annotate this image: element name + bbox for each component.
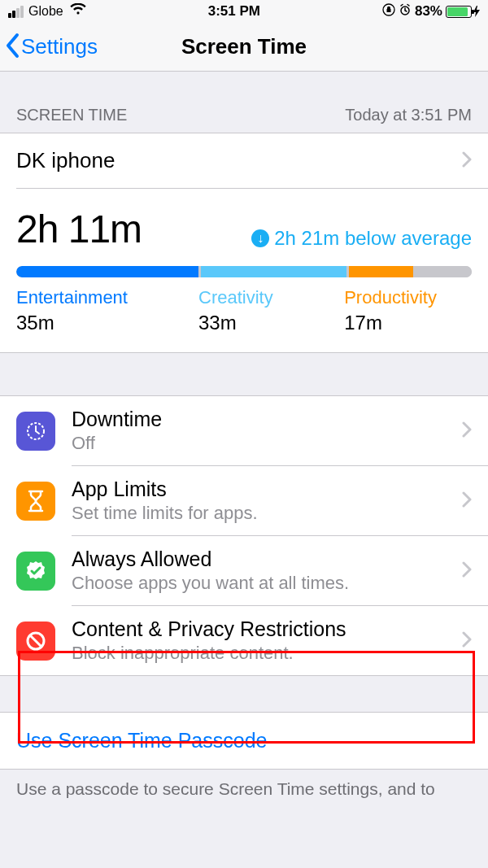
content-sub: Block inappropriate content. <box>72 643 462 664</box>
downtime-row[interactable]: Downtime Off <box>0 396 488 465</box>
carrier-label: Globe <box>28 4 63 19</box>
bar-remaining <box>416 266 472 277</box>
device-row[interactable]: DK iphone <box>0 133 488 188</box>
wifi-icon <box>70 3 86 20</box>
alarm-icon <box>399 3 412 20</box>
page-title: Screen Time <box>181 34 307 59</box>
cat-ent-label: Entertainment <box>16 287 198 308</box>
usage-total: 2h 11m <box>16 207 142 251</box>
chevron-right-icon <box>462 148 472 173</box>
restricted-icon <box>16 622 55 661</box>
content-restrictions-row[interactable]: Content & Privacy Restrictions Block ina… <box>0 606 488 675</box>
down-arrow-icon: ↓ <box>251 229 269 247</box>
downtime-sub: Off <box>72 433 462 454</box>
orientation-lock-icon <box>382 3 395 20</box>
device-name: DK iphone <box>16 148 115 173</box>
cat-cre-time: 33m <box>198 312 344 334</box>
chevron-right-icon <box>462 558 472 583</box>
use-passcode-button[interactable]: Use Screen Time Passcode <box>0 712 488 770</box>
chevron-right-icon <box>462 488 472 513</box>
section-header-right: Today at 3:51 PM <box>345 106 472 124</box>
category-creativity: Creativity 33m <box>198 287 344 334</box>
content-title: Content & Privacy Restrictions <box>72 617 462 641</box>
category-productivity: Productivity 17m <box>344 287 472 334</box>
usage-compare-text: 2h 21m below average <box>274 227 472 250</box>
usage-compare: ↓ 2h 21m below average <box>251 227 472 250</box>
status-left: Globe <box>8 3 86 20</box>
battery-icon <box>446 6 480 18</box>
chevron-right-icon <box>462 628 472 653</box>
status-right: 83% <box>382 3 480 20</box>
chevron-right-icon <box>462 418 472 443</box>
app-limits-sub: Set time limits for apps. <box>72 503 462 524</box>
always-allowed-title: Always Allowed <box>72 547 462 571</box>
cat-pro-time: 17m <box>344 312 472 334</box>
downtime-icon <box>16 412 55 451</box>
cat-cre-label: Creativity <box>198 287 344 308</box>
chevron-left-icon <box>5 31 20 63</box>
usage-row: 2h 11m ↓ 2h 21m below average <box>0 189 488 261</box>
bar-entertainment <box>16 266 198 277</box>
hourglass-icon <box>16 482 55 521</box>
passcode-footer: Use a passcode to secure Screen Time set… <box>0 770 488 809</box>
cat-ent-time: 35m <box>16 312 198 334</box>
category-entertainment: Entertainment 35m <box>16 287 198 334</box>
battery-percent: 83% <box>415 3 442 20</box>
downtime-title: Downtime <box>72 408 462 431</box>
always-allowed-sub: Choose apps you want at all times. <box>72 573 462 594</box>
use-passcode-label: Use Screen Time Passcode <box>16 729 267 752</box>
app-limits-row[interactable]: App Limits Set time limits for apps. <box>0 466 488 535</box>
features-group: Downtime Off App Limits Set time limits … <box>0 395 488 676</box>
always-allowed-row[interactable]: Always Allowed Choose apps you want at a… <box>0 536 488 605</box>
nav-bar: Settings Screen Time <box>0 23 488 72</box>
back-button[interactable]: Settings <box>5 23 98 71</box>
cat-pro-label: Productivity <box>344 287 472 308</box>
status-time: 3:51 PM <box>208 3 260 20</box>
check-badge-icon <box>16 552 55 591</box>
bar-creativity <box>201 266 346 277</box>
category-row: Entertainment 35m Creativity 33m Product… <box>0 287 488 352</box>
section-header-left: SCREEN TIME <box>16 106 127 124</box>
usage-bar <box>16 266 472 277</box>
passcode-group: Use Screen Time Passcode Use a passcode … <box>0 712 488 809</box>
back-label: Settings <box>21 34 98 59</box>
bar-productivity <box>349 266 412 277</box>
status-bar: Globe 3:51 PM 83% <box>0 0 488 23</box>
usage-group: DK iphone 2h 11m ↓ 2h 21m below average … <box>0 133 488 353</box>
app-limits-title: App Limits <box>72 478 462 501</box>
section-header: SCREEN TIME Today at 3:51 PM <box>0 72 488 133</box>
signal-icon <box>8 6 24 18</box>
